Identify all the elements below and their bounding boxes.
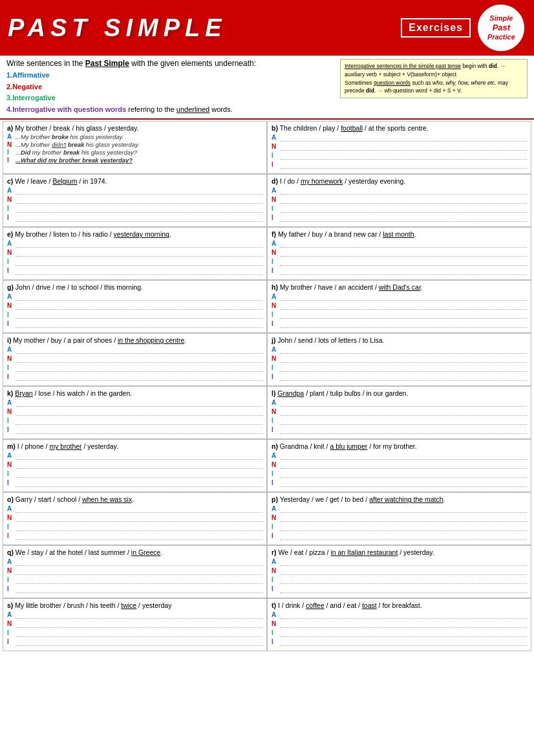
exercise-cell-m: m) I / phone / my brother / yesterday. A…: [3, 439, 267, 492]
exercise-prompt-m: m) I / phone / my brother / yesterday.: [7, 442, 262, 450]
exercise-prompt-t: t) I / drink / coffee / and / eat / toas…: [272, 601, 527, 609]
exercise-prompt-g: g) John / drive / me / to school / this …: [7, 283, 262, 291]
exercise-cell-s: s) My little brother / brush / his teeth…: [3, 598, 267, 651]
exercise-cell-b: b) The children / play / football / at t…: [267, 121, 531, 174]
exercise-prompt-p: p) Yesterday / we / get / to bed / after…: [272, 495, 527, 503]
exercise-prompt-n: n) Grandma / knit / a blu jumper / for m…: [272, 442, 527, 450]
exercise-prompt-i: i) My mother / buy / a pair of shoes / i…: [7, 336, 262, 344]
exercise-cell-p: p) Yesterday / we / get / to bed / after…: [267, 492, 531, 545]
exercises-container: a) My brother / break / his glass / yest…: [0, 120, 534, 653]
exercise-cell-a: a) My brother / break / his glass / yest…: [3, 121, 267, 174]
exercise-cell-q: q) We / stay / at the hotel / last summe…: [3, 545, 267, 598]
exercise-prompt-a: a) My brother / break / his glass / yest…: [7, 124, 262, 132]
exercise-prompt-r: r) We / eat / pizza / in an Italian rest…: [272, 548, 527, 556]
exercise-cell-c: c) We / leave / Belgium / in 1974. A N I…: [3, 174, 267, 227]
exercise-prompt-d: d) I / do / my homework / yesterday even…: [272, 177, 527, 185]
exercise-cell-o: o) Garry / start / school / when he was …: [3, 492, 267, 545]
exercises-label: Exercises: [401, 18, 471, 38]
exercise-cell-i: i) My mother / buy / a pair of shoes / i…: [3, 333, 267, 386]
exercise-prompt-c: c) We / leave / Belgium / in 1974.: [7, 177, 262, 185]
exercise-prompt-q: q) We / stay / at the hotel / last summe…: [7, 548, 262, 556]
exercise-prompt-e: e) My brother / listen to / his radio / …: [7, 230, 262, 238]
header-bar: PAST SIMPLE Exercises Simple Past Practi…: [0, 0, 534, 56]
exercise-cell-r: r) We / eat / pizza / in an Italian rest…: [267, 545, 531, 598]
exercise-cell-l: l) Grandpa / plant / tulip bulbs / in ou…: [267, 386, 531, 439]
exercise-prompt-h: h) My brother / have / an accident / wit…: [272, 283, 527, 291]
exercise-prompt-k: k) Bryan / lose / his watch / in the gar…: [7, 389, 262, 397]
exercise-cell-h: h) My brother / have / an accident / wit…: [267, 280, 531, 333]
exercise-prompt-f: f) My father / buy / a brand new car / l…: [272, 230, 527, 238]
logo-circle: Simple Past Practice: [472, 0, 530, 57]
exercise-cell-f: f) My father / buy / a brand new car / l…: [267, 227, 531, 280]
page-title: PAST SIMPLE: [8, 14, 227, 42]
exercise-cell-g: g) John / drive / me / to school / this …: [3, 280, 267, 333]
exercise-prompt-o: o) Garry / start / school / when he was …: [7, 495, 262, 503]
exercise-cell-n: n) Grandma / knit / a blu jumper / for m…: [267, 439, 531, 492]
info-box: Interrogative sentences in the simple pa…: [340, 59, 528, 98]
exercise-prompt-l: l) Grandpa / plant / tulip bulbs / in ou…: [272, 389, 527, 397]
exercise-cell-k: k) Bryan / lose / his watch / in the gar…: [3, 386, 267, 439]
instructions-area: Write sentences in the Past Simple with …: [0, 56, 534, 120]
instructions-main: Write sentences in the Past Simple with …: [6, 59, 334, 68]
exercise-cell-d: d) I / do / my homework / yesterday even…: [267, 174, 531, 227]
exercise-prompt-s: s) My little brother / brush / his teeth…: [7, 601, 262, 609]
exercise-prompt-b: b) The children / play / football / at t…: [272, 124, 527, 132]
exercise-cell-t: t) I / drink / coffee / and / eat / toas…: [267, 598, 531, 651]
exercise-cell-j: j) John / send / lots of letters / to Li…: [267, 333, 531, 386]
numbered-list: 1.Affirmative 2.Negative 3.Interrogative…: [6, 70, 334, 115]
exercise-prompt-j: j) John / send / lots of letters / to Li…: [272, 336, 527, 344]
exercise-cell-e: e) My brother / listen to / his radio / …: [3, 227, 267, 280]
